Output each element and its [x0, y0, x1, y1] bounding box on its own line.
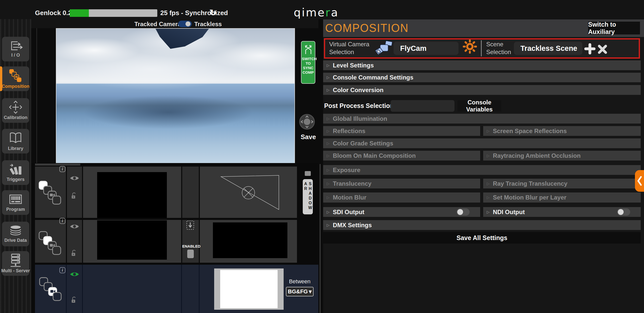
sidebar-item-composition[interactable]: Composition	[2, 66, 29, 91]
row-ray-tracing-translucency[interactable]: ▷Ray Tracing Translucency	[483, 179, 641, 188]
row-level-settings[interactable]: ▷Level Settings	[323, 60, 641, 70]
layer1-visibility-eye-icon[interactable]	[70, 175, 79, 181]
layer2-info-icon[interactable]: i	[59, 218, 65, 224]
scene-selection-label: Scene Selection	[486, 40, 512, 56]
layer3-unlock-icon[interactable]	[71, 296, 78, 303]
layer2-visibility-eye-icon[interactable]	[70, 223, 79, 229]
sidebar-item-multi-server[interactable]: Multi - Server	[2, 251, 29, 276]
row-console-command-settings[interactable]: ▷Console Command Settings	[323, 73, 641, 82]
console-variables-button[interactable]: Console Variables	[458, 100, 501, 112]
genlock-progress-bar	[70, 9, 157, 17]
row-label: Level Settings	[333, 62, 374, 69]
divider	[199, 265, 200, 313]
row-label: Translucency	[333, 180, 371, 187]
row-color-grade-settings[interactable]: ▷Color Grade Settings	[323, 138, 641, 148]
layer1-mid-cell	[182, 167, 199, 218]
ar-shadow-right-text: SHADOW	[308, 182, 312, 214]
scene-selection-field[interactable]: Trackless Scene	[514, 42, 582, 55]
ar-shadow-left-text: AR	[304, 182, 308, 214]
layer1-unlock-icon[interactable]	[71, 192, 78, 199]
layer3-info-icon[interactable]: i	[59, 267, 65, 273]
row-bloom-main-composition[interactable]: ▷Bloom On Main Composition	[323, 151, 480, 161]
sidebar-item-label: Calibration	[4, 115, 27, 120]
toggle-knob	[185, 21, 191, 26]
save-button[interactable]: Save	[299, 133, 317, 141]
row-label: Motion Blur	[333, 194, 366, 201]
disclosure-icon: ▷	[327, 129, 330, 133]
sidebar-item-calibration[interactable]: Calibration	[2, 98, 29, 123]
row-set-motion-blur-per-layer[interactable]: ▷Set Motion Blur per Layer	[483, 192, 641, 203]
switch-to-auxiliary-button[interactable]: Switch to Auxiliary	[588, 22, 640, 34]
virtual-camera-field[interactable]: FlyCam	[394, 42, 459, 55]
sdi-output-toggle[interactable]	[457, 208, 470, 216]
layer2-thumbnail[interactable]	[97, 220, 167, 260]
disclosure-icon: ▷	[327, 195, 330, 200]
row-label: Color Conversion	[333, 87, 384, 94]
calibration-icon	[9, 101, 22, 114]
camera-mode-toggle[interactable]	[178, 21, 192, 27]
ar-shadow-indicator[interactable]	[305, 171, 311, 176]
composition-icon	[9, 68, 23, 83]
disclosure-icon: ▷	[327, 210, 330, 214]
add-scene-icon[interactable]	[584, 43, 595, 54]
delete-scene-icon[interactable]	[597, 44, 608, 54]
layer1-info-icon[interactable]: i	[59, 166, 65, 172]
camera-settings-gear-icon[interactable]	[463, 39, 477, 54]
between-dropdown[interactable]: BG&FG ▾	[286, 287, 314, 296]
dpad-control[interactable]	[299, 114, 315, 130]
layer2-type-icon	[38, 230, 63, 255]
layer2-unlock-icon[interactable]	[71, 249, 78, 257]
disclosure-icon: ▷	[327, 181, 330, 186]
refresh-icon[interactable]: ↻	[209, 8, 217, 18]
layer1-wireframe-preview[interactable]	[220, 174, 280, 211]
io-icon	[9, 40, 23, 51]
sidebar-item-triggers[interactable]: Triggers	[2, 160, 29, 185]
row-motion-blur[interactable]: ▷Motion Blur	[323, 192, 480, 203]
library-icon	[9, 131, 22, 145]
layer1-thumbnail[interactable]	[97, 172, 167, 218]
sidebar-item-label: Program	[6, 207, 25, 212]
row-label: Color Grade Settings	[333, 140, 393, 147]
row-reflections[interactable]: ▷Reflections	[323, 126, 480, 136]
layers-tab-strip	[35, 164, 80, 166]
virtual-camera-selection-label: Virtual Camera Selection	[329, 40, 374, 56]
program-icon	[9, 193, 23, 206]
disclosure-icon: ▷	[327, 116, 330, 121]
layer1-type-icon	[38, 180, 63, 205]
layer2-preview-thumbnail[interactable]	[213, 222, 287, 258]
ar-shadow-button[interactable]: AR SHADOW	[303, 179, 313, 214]
panel-flyout-tab[interactable]	[635, 170, 644, 192]
row-label: DMX Settings	[333, 222, 372, 229]
row-translucency[interactable]: ▷Translucency	[323, 179, 480, 188]
row-screen-space-reflections[interactable]: ▷Screen Space Reflections	[483, 126, 641, 136]
enabled-checkbox[interactable]	[187, 250, 194, 258]
preview-viewport[interactable]	[56, 28, 295, 164]
divider	[181, 265, 182, 313]
row-dmx-settings[interactable]: ▷DMX Settings	[323, 220, 641, 230]
layer3-visibility-eye-icon-active[interactable]	[70, 271, 79, 277]
top-bar: Genlock 0.217 25 fps - Synchronized ↻ qi…	[0, 0, 644, 19]
ndi-output-toggle[interactable]	[617, 208, 630, 216]
row-global-illumination[interactable]: ▷Global Illumination	[323, 114, 641, 124]
sidebar-item-library[interactable]: Library	[2, 129, 29, 153]
layer3-thumbnail[interactable]	[214, 268, 284, 310]
sidebar-item-drive-data[interactable]: Drive Data	[2, 222, 29, 246]
row-exposure[interactable]: ▷Exposure	[323, 165, 641, 175]
row-raytracing-ambient-occlusion[interactable]: ▷Raytracing Ambient Occlusion	[483, 151, 641, 161]
import-down-icon[interactable]	[186, 220, 194, 230]
post-process-input[interactable]	[391, 100, 454, 112]
sidebar-item-program[interactable]: Program	[2, 190, 29, 215]
logo-text: qime	[294, 6, 325, 19]
disclosure-icon: ▷	[327, 63, 330, 68]
layers-scrollbar[interactable]	[320, 164, 321, 313]
disclosure-icon: ▷	[487, 195, 490, 200]
genlock-fill	[70, 9, 89, 17]
save-all-settings-button[interactable]: Save All Settings	[323, 232, 641, 244]
switch-to-sync-comp-button[interactable]: SWITCH TO SYNC COMP	[301, 41, 315, 84]
row-label: Console Command Settings	[333, 74, 413, 81]
sidebar-item-io[interactable]: I / O	[2, 37, 29, 61]
viewport-edge-line	[36, 28, 37, 163]
divider	[82, 265, 83, 313]
row-color-conversion[interactable]: ▷Color Conversion	[323, 85, 641, 95]
trackless-label: Trackless	[194, 21, 222, 28]
